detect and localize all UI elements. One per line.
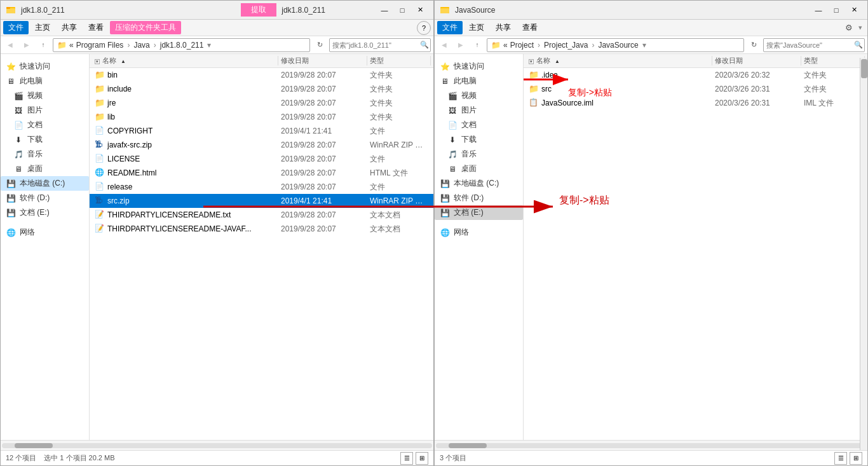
right-sidebar-docs[interactable]: 📄 文档 xyxy=(435,118,523,132)
right-col-name[interactable]: ▾名称 ▲ xyxy=(526,56,712,65)
right-sidebar-drive-d[interactable]: 💾 软件 (D:) xyxy=(435,191,523,205)
list-item[interactable]: 🗜 javafx-src.zip 2019/9/28 20:07 WinRAR … xyxy=(90,138,433,152)
right-sidebar-drive-e[interactable]: 💾 文档 (E:) xyxy=(435,205,523,220)
left-sidebar-images[interactable]: 🖼 图片 xyxy=(1,103,89,118)
list-item[interactable]: 📝 THIRDPARTYLICENSEREADME.txt 2019/9/28 … xyxy=(90,208,433,222)
list-item[interactable]: 📁 .idea 2020/3/26 20:32 文件夹 xyxy=(524,68,867,82)
left-sidebar-drive-c[interactable]: 💾 本地磁盘 (C:) xyxy=(1,176,89,191)
right-address-path[interactable]: 📁 « Project › Project_Java › JavaSource … xyxy=(487,38,744,52)
left-back-btn[interactable]: ◀ xyxy=(3,38,17,52)
right-settings-btn[interactable]: ⚙ xyxy=(842,21,856,35)
list-item[interactable]: 📁 src 2020/3/26 20:31 文件夹 xyxy=(524,82,867,96)
right-sidebar-videos[interactable]: 🎬 视频 xyxy=(435,88,523,103)
right-col-date[interactable]: 修改日期 xyxy=(712,56,801,65)
left-window-controls: — □ ✕ xyxy=(376,4,428,17)
right-h-scroll-track xyxy=(436,443,866,448)
list-item[interactable]: 📄 LICENSE 2019/9/28 20:07 文件 xyxy=(90,152,433,166)
right-sidebar-drive-c[interactable]: 💾 本地磁盘 (C:) xyxy=(435,176,523,191)
right-window-icon xyxy=(440,5,450,15)
list-item[interactable]: 📁 lib 2019/9/28 20:07 文件夹 xyxy=(90,110,433,124)
list-item[interactable]: 📁 bin 2019/9/28 20:07 文件夹 xyxy=(90,68,433,82)
left-col-date[interactable]: 修改日期 xyxy=(278,56,367,65)
left-sidebar-docs[interactable]: 📄 文档 xyxy=(1,118,89,132)
left-sidebar-quick-access[interactable]: ⭐ 快速访问 xyxy=(1,59,89,74)
left-menu-home[interactable]: 主页 xyxy=(30,21,55,34)
list-item[interactable]: 🗜 src.zip 2019/4/1 21:41 WinRAR ZIP 压缩..… xyxy=(90,194,433,208)
right-menu-file[interactable]: 文件 xyxy=(437,21,463,34)
right-maximize-btn[interactable]: □ xyxy=(828,4,844,17)
right-explorer-window: JavaSource — □ ✕ 文件 主页 共享 查看 ⚙ ▾ ◀ ▶ ↑ xyxy=(434,0,868,466)
list-item[interactable]: 📄 COPYRIGHT 2019/4/1 21:41 文件 xyxy=(90,124,433,138)
svg-rect-2 xyxy=(6,7,10,9)
left-up-btn[interactable]: ↑ xyxy=(36,38,50,52)
right-path-dropdown[interactable]: ▾ xyxy=(642,41,646,50)
list-item[interactable]: 📋 JavaSource.iml 2020/3/26 20:31 IML 文件 xyxy=(524,96,867,110)
right-sidebar-desktop[interactable]: 🖥 桌面 xyxy=(435,161,523,176)
left-sidebar-videos[interactable]: 🎬 视频 xyxy=(1,88,89,103)
right-v-scrollbar[interactable] xyxy=(860,58,867,450)
list-item[interactable]: 🌐 README.html 2019/9/28 20:07 HTML 文件 xyxy=(90,166,433,180)
right-col-type[interactable]: 类型 xyxy=(801,56,865,65)
left-sidebar-downloads[interactable]: ⬇ 下载 xyxy=(1,132,89,147)
right-search-box[interactable]: 🔍 xyxy=(763,38,865,52)
left-menu-file[interactable]: 文件 xyxy=(3,21,29,34)
right-window-title: JavaSource xyxy=(455,6,810,15)
left-refresh-btn[interactable]: ↻ xyxy=(313,38,327,52)
left-search-input[interactable] xyxy=(332,41,420,49)
list-item[interactable]: 📝 THIRDPARTYLICENSEREADME-JAVAF... 2019/… xyxy=(90,222,433,236)
left-view-list-btn[interactable]: ☰ xyxy=(400,452,413,465)
right-forward-btn[interactable]: ▶ xyxy=(454,38,468,52)
left-sidebar-drive-d[interactable]: 💾 软件 (D:) xyxy=(1,191,89,205)
left-search-box[interactable]: 🔍 xyxy=(329,38,431,52)
left-status-selected: 选中 1 个项目 20.2 MB xyxy=(44,453,114,463)
left-address-path[interactable]: 📁 « Program Files › Java › jdk1.8.0_211 … xyxy=(53,38,310,52)
music-icon: 🎵 xyxy=(13,149,24,160)
path-seg-3: Java xyxy=(133,41,149,50)
left-view-grid-btn[interactable]: ⊞ xyxy=(416,452,428,465)
right-title-bar-icons xyxy=(440,5,450,15)
svg-rect-4 xyxy=(440,8,449,13)
right-h-scroll[interactable] xyxy=(435,440,867,450)
right-sidebar-images[interactable]: 🖼 图片 xyxy=(435,103,523,118)
left-forward-btn[interactable]: ▶ xyxy=(20,38,34,52)
right-sidebar-music[interactable]: 🎵 音乐 xyxy=(435,147,523,161)
right-view-grid-btn[interactable]: ⊞ xyxy=(850,452,862,465)
list-item[interactable]: 📄 release 2019/9/28 20:07 文件 xyxy=(90,180,433,194)
right-menu-home[interactable]: 主页 xyxy=(464,21,489,34)
left-maximize-btn[interactable]: □ xyxy=(394,4,410,17)
right-minimize-btn[interactable]: — xyxy=(810,4,827,17)
left-h-scroll-track xyxy=(2,443,432,448)
left-menu-zip-tools[interactable]: 压缩的文件夹工具 xyxy=(110,21,181,34)
right-sidebar-downloads[interactable]: ⬇ 下载 xyxy=(435,132,523,147)
left-sidebar-drive-e[interactable]: 💾 文档 (E:) xyxy=(1,205,89,220)
left-col-type[interactable]: 类型 xyxy=(367,56,431,65)
list-item[interactable]: 📁 include 2019/9/28 20:07 文件夹 xyxy=(90,82,433,96)
left-h-scroll[interactable] xyxy=(1,440,433,450)
right-sidebar-this-pc[interactable]: 🖥 此电脑 xyxy=(435,74,523,88)
left-sidebar-music[interactable]: 🎵 音乐 xyxy=(1,147,89,161)
left-sidebar-network[interactable]: 🌐 网络 xyxy=(1,225,89,240)
left-sidebar-this-pc[interactable]: 🖥 此电脑 xyxy=(1,74,89,88)
left-help-btn[interactable]: ? xyxy=(417,21,431,35)
left-menu-share[interactable]: 共享 xyxy=(57,21,82,34)
right-refresh-btn[interactable]: ↻ xyxy=(747,38,761,52)
right-menu-share[interactable]: 共享 xyxy=(491,21,516,34)
right-back-btn[interactable]: ◀ xyxy=(437,38,451,52)
left-close-btn[interactable]: ✕ xyxy=(412,4,428,17)
right-menu-view[interactable]: 查看 xyxy=(517,21,543,34)
path-dropdown[interactable]: ▾ xyxy=(207,41,211,50)
list-item[interactable]: 📁 jre 2019/9/28 20:07 文件夹 xyxy=(90,96,433,110)
left-col-name[interactable]: ▾名称 ▲ xyxy=(92,56,278,65)
right-close-btn[interactable]: ✕ xyxy=(846,4,862,17)
extract-button[interactable]: 提取 xyxy=(241,3,276,17)
right-up-btn[interactable]: ↑ xyxy=(470,38,484,52)
right-view-list-btn[interactable]: ☰ xyxy=(834,452,847,465)
right-sidebar-quick-access[interactable]: ⭐ 快速访问 xyxy=(435,59,523,74)
left-sidebar-desktop[interactable]: 🖥 桌面 xyxy=(1,161,89,176)
right-search-input[interactable] xyxy=(766,41,854,49)
right-sidebar-network[interactable]: 🌐 网络 xyxy=(435,225,523,240)
left-menu-view[interactable]: 查看 xyxy=(83,21,109,34)
left-minimize-btn[interactable]: — xyxy=(376,4,393,17)
file-icon-5: 🗜 xyxy=(95,140,105,150)
right-file-icon-2: 📋 xyxy=(529,98,539,108)
